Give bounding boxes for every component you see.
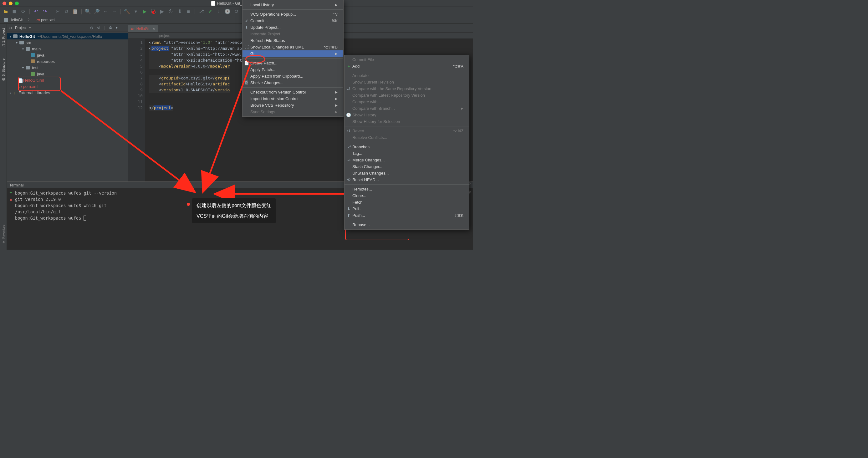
git-submenu-item-add[interactable]: ＋Add⌥⌘A (344, 63, 469, 69)
vcs-menu-item-apply-patch[interactable]: Apply Patch... (243, 66, 343, 73)
menu-item-label: Show History for Selection (352, 119, 400, 124)
project-tree[interactable]: HelloGit ~/Documents/Git_workspaces/Hell… (7, 32, 128, 97)
replace-icon[interactable]: 🔎 (93, 8, 100, 15)
vcs-menu[interactable]: Local History▶VCS Operations Popup...⌃V✔… (242, 0, 344, 117)
tab-project[interactable]: 🗂 1: Project (2, 26, 5, 50)
editor-tab-pom[interactable]: m HelloGit × (128, 25, 158, 32)
git-submenu-item-commit-file: Commit File (344, 56, 469, 63)
vcs-menu-item-apply-patch-from-clipboard[interactable]: Apply Patch from Clipboard... (243, 73, 343, 79)
menu-item-label: Push... (352, 213, 365, 218)
copy-icon[interactable]: ⧉ (63, 8, 70, 15)
vcs-branch-icon[interactable]: ⎇ (197, 8, 205, 15)
vcs-menu-item-shelve-changes[interactable]: 🗄Shelve Changes... (243, 79, 343, 86)
git-submenu-item-fetch[interactable]: Fetch (344, 199, 469, 205)
git-submenu-item-rebase[interactable]: Rebase... (344, 222, 469, 228)
tree-root[interactable]: HelloGit ~/Documents/Git_workspaces/Hell… (7, 33, 128, 39)
tree-iml-file[interactable]: 📄 HelloGit.iml (7, 77, 128, 83)
submenu-arrow-icon: ▶ (335, 52, 338, 55)
tab-structure[interactable]: 🏛 6: Structure (2, 56, 5, 84)
coverage-icon[interactable]: ▶ (158, 8, 166, 15)
project-panel-title[interactable]: 🗂 Project ▼ (9, 26, 31, 30)
git-submenu-item-merge-changes[interactable]: ⤻Merge Changes... (344, 157, 469, 163)
tree-java-test[interactable]: java (7, 71, 128, 77)
git-submenu-item-stash-changes[interactable]: Stash Changes... (344, 163, 469, 170)
git-submenu-item-tag[interactable]: Tag... (344, 150, 469, 157)
uml-icon: ⛶ (244, 45, 249, 50)
commit-icon: ✔ (244, 19, 249, 24)
tree-java-main[interactable]: java (7, 52, 128, 58)
close-tab-icon[interactable]: × (153, 27, 155, 31)
git-submenu-item-clone[interactable]: Clone... (344, 192, 469, 199)
vcs-revert-icon[interactable]: ↺ (232, 8, 240, 15)
tree-test[interactable]: test (7, 64, 128, 71)
vcs-menu-item-checkout-from-version-control[interactable]: Checkout from Version Control▶ (243, 89, 343, 95)
window-minimize-button[interactable] (9, 2, 12, 5)
vcs-menu-item-sync-settings: Sync Settings▶ (243, 108, 343, 115)
undo-icon[interactable]: ↶ (32, 8, 40, 15)
blank-icon (244, 74, 249, 79)
tree-main[interactable]: main (7, 46, 128, 52)
stop-icon[interactable]: ■ (185, 8, 192, 15)
collapse-icon[interactable]: ⇲ (95, 25, 101, 31)
tree-pom-file[interactable]: m pom.xml (7, 83, 128, 90)
back-icon[interactable]: ← (102, 8, 109, 15)
panel-dropdown-icon[interactable]: ▼ (114, 25, 120, 31)
hide-panel-icon[interactable]: — (120, 25, 126, 31)
blank-icon (346, 200, 351, 205)
run-icon[interactable]: ▶ (141, 8, 148, 15)
build-icon[interactable]: 🔨 (123, 8, 131, 15)
vcs-menu-item-update-project[interactable]: ⬇Update Project... (243, 24, 343, 31)
find-icon[interactable]: 🔍 (84, 8, 92, 15)
blank-icon (244, 67, 249, 72)
tab-favorites[interactable]: ★ Favorites (1, 222, 5, 247)
vcs-menu-item-show-local-changes-as-uml[interactable]: ⛶Show Local Changes as UML⌥⇧⌘D (243, 44, 343, 51)
vcs-menu-item-commit[interactable]: ✔Commit...⌘K (243, 18, 343, 24)
git-submenu-item-push[interactable]: ⬆Push...⇧⌘K (344, 212, 469, 219)
forward-icon[interactable]: → (111, 8, 118, 15)
terminal-new-tab-icon[interactable]: + (9, 190, 12, 196)
window-close-button[interactable] (2, 2, 6, 5)
save-all-icon[interactable] (11, 8, 18, 15)
git-submenu-item-unstash-changes[interactable]: UnStash Changes... (344, 170, 469, 176)
breadcrumb-file[interactable]: m pom.xml (35, 16, 57, 24)
debug-icon[interactable]: 🐞 (150, 8, 157, 15)
cut-icon[interactable]: ✂ (54, 8, 61, 15)
blank-icon (346, 135, 351, 140)
source-folder-icon (31, 53, 35, 57)
tree-src[interactable]: src (7, 39, 128, 46)
sync-icon[interactable]: ⟳ (20, 8, 27, 15)
maven-icon: m (18, 84, 22, 89)
blank-icon (346, 99, 351, 104)
vcs-menu-item-import-into-version-control[interactable]: Import into Version Control▶ (243, 95, 343, 102)
vcs-history-icon[interactable]: 🕓 (224, 8, 231, 15)
vcs-menu-item-local-history[interactable]: Local History▶ (243, 2, 343, 8)
vcs-menu-item-browse-vcs-repository[interactable]: Browse VCS Repository▶ (243, 102, 343, 108)
vcs-menu-item-git[interactable]: Git▶ (243, 51, 343, 57)
vcs-menu-item-vcs-operations-popup[interactable]: VCS Operations Popup...⌃V (243, 11, 343, 18)
run-config-dropdown[interactable]: ▾ (132, 8, 140, 15)
git-submenu-item-show-current-revision: Show Current Revision (344, 79, 469, 86)
vcs-menu-item-create-patch[interactable]: 📄Create Patch... (243, 60, 343, 66)
maven-icon: m (37, 18, 40, 22)
vcs-menu-item-refresh-file-status[interactable]: Refresh File Status (243, 37, 343, 44)
redo-icon[interactable]: ↷ (41, 8, 49, 15)
window-maximize-button[interactable] (15, 2, 19, 5)
paste-icon[interactable]: 📋 (71, 8, 79, 15)
breadcrumb-project[interactable]: HelloGit (2, 16, 25, 24)
vcs-commit-icon[interactable]: ✔ (206, 8, 214, 15)
terminal-close-tab-icon[interactable]: × (10, 197, 12, 202)
attach-icon[interactable]: ⬇ (176, 8, 183, 15)
git-submenu-item-reset-head[interactable]: ⟲Reset HEAD... (344, 176, 469, 183)
tree-ext-libraries[interactable]: ⫼ External Libraries (7, 90, 128, 96)
panel-settings-icon[interactable]: ✲ (107, 25, 113, 31)
git-submenu-item-pull[interactable]: ⬇Pull... (344, 205, 469, 212)
git-submenu-item-branches[interactable]: ⎇Branches... (344, 143, 469, 150)
open-icon[interactable] (2, 8, 9, 15)
vcs-update-icon[interactable]: ↓ (215, 8, 222, 15)
git-submenu[interactable]: Commit File＋Add⌥⌘AAnnotateShow Current R… (344, 55, 469, 230)
git-submenu-item-remotes[interactable]: Remotes... (344, 186, 469, 192)
folder-icon (20, 41, 24, 44)
profile-icon[interactable]: ⏱ (167, 8, 175, 15)
locate-icon[interactable]: ⊙ (89, 25, 94, 31)
tree-resources[interactable]: resources (7, 58, 128, 64)
